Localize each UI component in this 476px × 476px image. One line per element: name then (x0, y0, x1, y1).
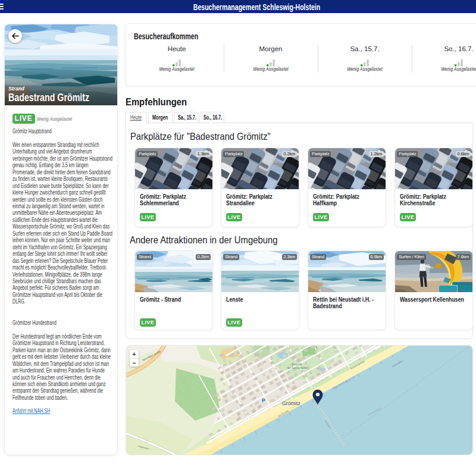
svg-text:Grömitz: Grömitz (282, 400, 300, 406)
svg-text:der Sonnenseite: der Sonnenseite (287, 367, 307, 369)
svg-text:P: P (262, 397, 265, 403)
svg-text:Kurpark: Kurpark (292, 363, 302, 366)
